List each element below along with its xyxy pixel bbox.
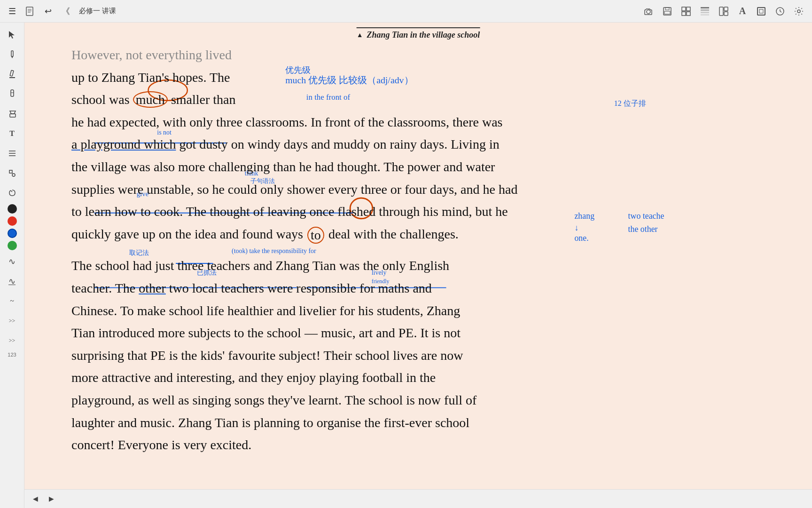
- svg-rect-16: [719, 7, 723, 16]
- red-color-tool[interactable]: [8, 216, 17, 226]
- svg-rect-32: [10, 114, 16, 117]
- partial-line2: up to Zhang Tian's hopes. The: [71, 66, 793, 89]
- svg-line-39: [11, 190, 12, 192]
- para2-line4: Tian introduced more subjects to the sch…: [71, 322, 793, 344]
- cursor-tool[interactable]: [4, 26, 21, 43]
- para2-line6: more attractive and interesting, and the…: [71, 366, 793, 389]
- svg-rect-11: [687, 12, 690, 16]
- arrows2-tool[interactable]: >>: [4, 332, 21, 349]
- para1-line2: school was much smaller than: [71, 88, 793, 111]
- svg-rect-8: [682, 7, 686, 11]
- layout-icon[interactable]: [716, 4, 731, 19]
- camera-icon[interactable]: [641, 4, 656, 19]
- lines-icon[interactable]: [697, 4, 712, 19]
- book-icon[interactable]: [23, 5, 37, 18]
- arrows-tool[interactable]: >>: [4, 312, 21, 329]
- svg-rect-17: [724, 7, 728, 11]
- para1-line8: quickly gave up on the idea and found wa…: [71, 223, 793, 246]
- main-layout: T ∿ ∿ ~ >> >> 123 Zhang Tian in the vill…: [0, 23, 812, 508]
- para1-line5: the village was also more challenging th…: [71, 156, 793, 178]
- svg-rect-14: [701, 12, 709, 13]
- svg-rect-18: [724, 12, 728, 16]
- text-icon[interactable]: A: [735, 4, 750, 19]
- svg-rect-0: [26, 7, 33, 16]
- para2-line9: concert! Everyone is very excited.: [71, 434, 793, 456]
- para1-line3: he had expected, with only three classro…: [71, 111, 793, 134]
- para2-line8: laughter and music. Zhang Tian is planni…: [71, 412, 793, 434]
- svg-marker-27: [11, 56, 13, 58]
- svg-rect-19: [757, 8, 765, 15]
- wave1-tool[interactable]: ∿: [4, 253, 21, 270]
- text-content: However, not everything lived up to Zhan…: [71, 44, 793, 489]
- svg-marker-25: [9, 31, 15, 39]
- svg-rect-7: [664, 11, 670, 14]
- svg-point-24: [797, 10, 800, 13]
- para2-line3: Chinese. To make school life healthier a…: [71, 300, 793, 322]
- para2-line2: 40 teacher. The other two local teachers…: [71, 277, 793, 300]
- partial-line: However, not everything lived: [71, 44, 793, 66]
- save-icon[interactable]: [660, 4, 675, 19]
- para1-line4: 35 a playground which got dusty on windy…: [71, 133, 793, 156]
- eraser-tool[interactable]: [4, 105, 21, 122]
- frame-icon[interactable]: [754, 4, 769, 19]
- marker-tool[interactable]: [4, 86, 21, 103]
- page-number: 123: [8, 352, 16, 357]
- svg-point-4: [647, 10, 650, 14]
- para1-line7: to learn how to cook. The thought of lea…: [71, 200, 793, 223]
- svg-rect-37: [9, 170, 12, 173]
- grid-icon[interactable]: [679, 4, 694, 19]
- wave2-tool[interactable]: ∿: [4, 273, 21, 290]
- black-color-tool[interactable]: [8, 204, 17, 214]
- svg-rect-30: [11, 90, 14, 96]
- list-tool[interactable]: [4, 145, 21, 162]
- settings-icon[interactable]: [791, 4, 806, 19]
- svg-rect-26: [11, 51, 13, 56]
- highlighter-tool[interactable]: [4, 66, 21, 83]
- clock-icon[interactable]: [773, 4, 788, 19]
- para2-line5: surprising that PE is the kids' favourit…: [71, 344, 793, 367]
- undo-icon[interactable]: ↩: [41, 5, 55, 18]
- svg-rect-20: [759, 9, 763, 13]
- bottom-nav: ◀ ▶: [24, 489, 812, 508]
- svg-marker-33: [10, 111, 16, 114]
- wave3-tool[interactable]: ~: [4, 293, 21, 310]
- blue-color-tool[interactable]: [8, 229, 17, 238]
- prev-page-button[interactable]: ◀: [28, 492, 42, 506]
- svg-rect-12: [701, 7, 709, 8]
- caption-bar: Zhang Tian in the village school: [357, 27, 480, 40]
- content-area: Zhang Tian in the village school 优先级 muc…: [24, 23, 812, 508]
- svg-rect-10: [682, 12, 686, 16]
- menu-icon[interactable]: ☰: [6, 5, 19, 18]
- left-sidebar: T ∿ ∿ ~ >> >> 123: [0, 23, 24, 508]
- svg-rect-13: [701, 9, 709, 11]
- para2-block: The school had just three teachers and Z…: [71, 254, 793, 456]
- lasso-tool[interactable]: [4, 184, 21, 201]
- svg-rect-9: [687, 7, 690, 11]
- para1-line6: supplies were unstable, so he could only…: [71, 178, 793, 201]
- para2-line1: The school had just three teachers and Z…: [71, 254, 793, 277]
- svg-rect-28: [10, 70, 14, 76]
- svg-rect-15: [701, 14, 709, 16]
- toolbar-right: A: [641, 4, 806, 19]
- svg-line-23: [780, 11, 781, 12]
- svg-point-38: [12, 174, 15, 176]
- shapes-tool[interactable]: [4, 165, 21, 182]
- green-color-tool[interactable]: [8, 241, 17, 250]
- para2-line7: 45 playground, as well as singing songs …: [71, 389, 793, 412]
- nav-collapse-icon[interactable]: 《: [59, 5, 72, 18]
- page-title: 必修一 讲课: [79, 7, 116, 16]
- top-bar: ☰ ↩ 《 必修一 讲课 A: [0, 0, 812, 23]
- caption-text: Zhang Tian in the village school: [367, 30, 480, 40]
- text-tool[interactable]: T: [4, 125, 21, 142]
- next-page-button[interactable]: ▶: [44, 492, 58, 506]
- pen-tool[interactable]: [4, 46, 21, 63]
